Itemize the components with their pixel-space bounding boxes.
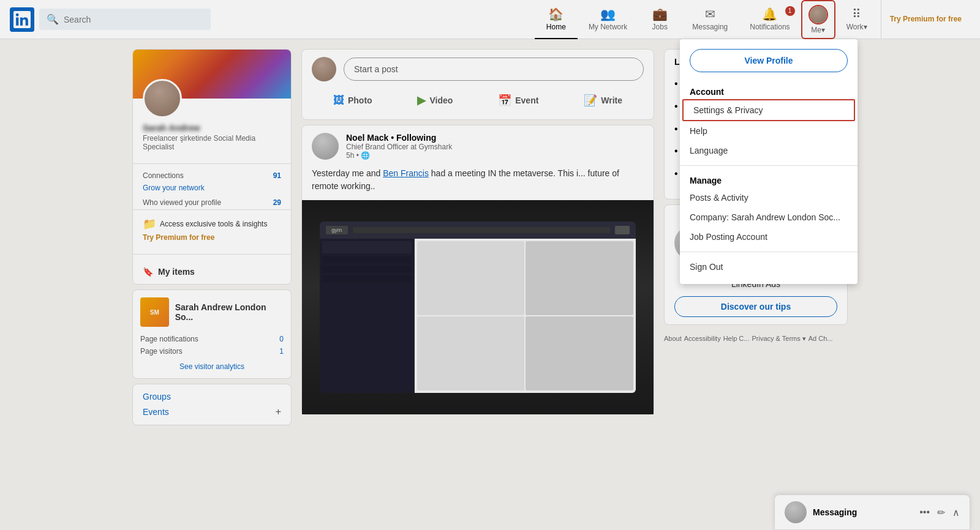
account-section-title: Account <box>680 82 858 99</box>
settings-privacy-item[interactable]: Settings & Privacy <box>682 99 855 121</box>
posts-activity-item[interactable]: Posts & Activity <box>680 188 858 207</box>
sign-out-item[interactable]: Sign Out <box>680 257 858 277</box>
manage-section-title: Manage <box>680 171 858 188</box>
me-dropdown-menu: View Profile Account Settings & Privacy … <box>680 39 858 284</box>
dropdown-divider-2 <box>680 252 858 252</box>
dropdown-divider-1 <box>680 165 858 166</box>
help-item[interactable]: Help <box>680 121 858 141</box>
job-posting-item[interactable]: Job Posting Account <box>680 227 858 247</box>
language-item[interactable]: Language <box>680 141 858 160</box>
view-profile-button[interactable]: View Profile <box>690 49 848 72</box>
company-item[interactable]: Company: Sarah Andrew London Soc... <box>680 207 858 227</box>
